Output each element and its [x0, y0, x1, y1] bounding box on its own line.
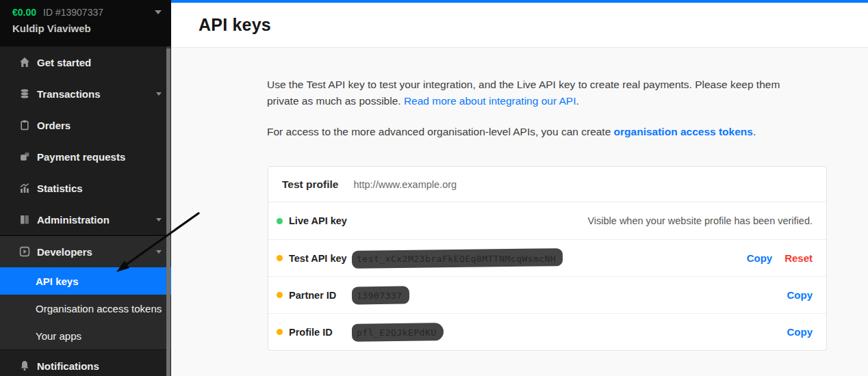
sidebar-item-label: Payment requests: [37, 151, 125, 163]
table-row-test-api-key: Test API key test_xCx2M23braFkEQEq8MTTNM…: [268, 239, 826, 276]
row-label: Live API key: [289, 215, 357, 226]
account-caret-icon[interactable]: [155, 10, 162, 14]
main-content: Use the Test API key to test your integr…: [171, 49, 868, 376]
sidebar-subitem-label: Organisation access tokens: [36, 303, 162, 314]
sidebar-item-organisation-access-tokens[interactable]: Organisation access tokens: [0, 295, 171, 322]
redaction-scribble: [352, 323, 444, 342]
sidebar-scrollbar-thumb[interactable]: [166, 49, 170, 376]
developer-icon: [19, 246, 30, 257]
sidebar-item-payment-requests[interactable]: Payment requests: [0, 141, 171, 172]
verification-note: Visible when your website profile has be…: [587, 215, 813, 226]
coins-icon: [19, 88, 30, 99]
sidebar: €0.00 ID #13907337 Kuldip Viaviweb Get s…: [0, 0, 171, 376]
account-balance: €0.00: [12, 7, 36, 18]
sidebar-subitem-label: Your apps: [36, 330, 81, 342]
reset-test-key-button[interactable]: Reset: [784, 252, 813, 264]
sidebar-item-get-started[interactable]: Get started: [0, 46, 171, 78]
chevron-down-icon: [156, 92, 162, 96]
sidebar-scrollbar[interactable]: [166, 46, 170, 376]
partner-id-value: 13907337: [357, 289, 403, 301]
live-status-dot-icon: [277, 218, 283, 224]
sidebar-item-label: Get started: [37, 57, 91, 68]
book-icon: [19, 214, 30, 225]
sidebar-item-label: Developers: [37, 246, 92, 258]
row-label: Test API key: [289, 253, 357, 264]
sidebar-item-label: Transactions: [37, 88, 101, 100]
copy-test-key-button[interactable]: Copy: [747, 252, 773, 264]
profile-status-dot-icon: [277, 329, 283, 335]
table-row-live-api-key: Live API key Visible when your website p…: [268, 202, 826, 239]
organisation-access-tokens-link[interactable]: organisation access tokens: [614, 126, 753, 137]
sidebar-item-label: Statistics: [37, 183, 83, 194]
account-name: Kuldip Viaviweb: [12, 23, 162, 34]
sidebar-item-api-keys[interactable]: API keys: [0, 267, 171, 295]
profile-header: Test profile http://www.example.org: [268, 167, 826, 202]
read-more-api-link[interactable]: Read more about integrating our API: [404, 95, 576, 107]
page-title: API keys: [199, 15, 271, 35]
row-label: Partner ID: [289, 290, 357, 301]
profile-url: http://www.example.org: [353, 179, 457, 190]
redaction-scribble: [352, 286, 409, 304]
copy-partner-id-button[interactable]: Copy: [787, 289, 813, 301]
intro-paragraph-1: Use the Test API key to test your integr…: [267, 77, 815, 109]
home-icon: [19, 57, 30, 68]
page-header: API keys: [171, 3, 868, 48]
chevron-down-icon: [156, 250, 162, 254]
copy-profile-id-button[interactable]: Copy: [787, 326, 813, 338]
sidebar-item-statistics[interactable]: Statistics: [0, 172, 171, 204]
redaction-scribble: [352, 248, 563, 269]
profile-name: Test profile: [282, 178, 338, 191]
profile-id-value: pfl_E2QJkEPdKU: [357, 326, 437, 338]
sidebar-item-your-apps[interactable]: Your apps: [0, 322, 171, 349]
partner-status-dot-icon: [277, 292, 283, 298]
test-status-dot-icon: [277, 255, 283, 261]
table-row-partner-id: Partner ID 13907337 Copy: [268, 276, 826, 313]
table-row-profile-id: Profile ID pfl_E2QJkEPdKU Copy: [268, 313, 826, 350]
clipboard-icon: [19, 120, 30, 131]
sidebar-item-notifications[interactable]: Notifications: [0, 350, 171, 376]
sidebar-item-label: Notifications: [37, 360, 99, 372]
intro-text-2: For access to the more advanced organisa…: [267, 126, 614, 137]
sidebar-item-administration[interactable]: Administration: [0, 204, 171, 235]
chevron-down-icon: [156, 218, 162, 221]
row-label: Profile ID: [289, 327, 357, 338]
sidebar-item-developers[interactable]: Developers: [0, 236, 171, 267]
sidebar-item-transactions[interactable]: Transactions: [0, 78, 171, 109]
api-keys-card: Test profile http://www.example.org Live…: [268, 166, 827, 351]
sidebar-item-orders[interactable]: Orders: [0, 109, 171, 141]
stats-icon: [19, 183, 30, 193]
developers-section: Developers API keys Organisation access …: [0, 235, 171, 349]
test-api-key-value: test_xCx2M23braFkEQEq8MTTNMcqWsmcNH: [357, 252, 556, 265]
bell-icon: [19, 360, 30, 371]
intro-paragraph-2: For access to the more advanced organisa…: [267, 124, 815, 140]
sidebar-subitem-label: API keys: [36, 276, 79, 287]
notifications-section: Notifications: [0, 349, 171, 376]
sidebar-item-label: Administration: [37, 214, 110, 226]
account-switcher[interactable]: €0.00 ID #13907337 Kuldip Viaviweb: [0, 0, 171, 46]
sidebar-item-label: Orders: [37, 120, 71, 131]
payment-request-icon: [19, 151, 30, 162]
account-id: ID #13907337: [43, 7, 103, 18]
